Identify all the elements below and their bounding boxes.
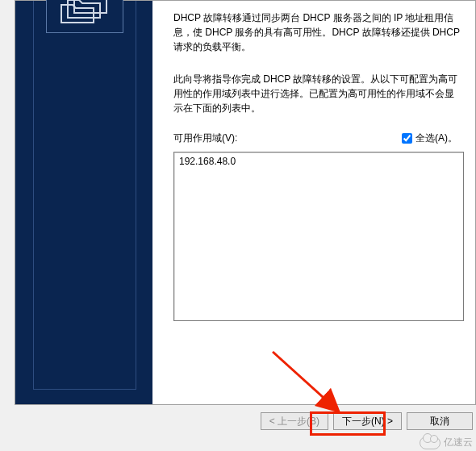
wizard-left-banner bbox=[15, 1, 152, 404]
description-2: 此向导将指导你完成 DHCP 故障转移的设置。从以下可配置为高可用性的作用域列表… bbox=[173, 72, 462, 115]
cloud-icon bbox=[420, 436, 441, 449]
wizard-right-pane: DHCP 故障转移通过同步两台 DHCP 服务器之间的 IP 地址租用信息，使 … bbox=[173, 1, 462, 321]
watermark: 亿速云 bbox=[420, 436, 473, 449]
back-button: < 上一步(B) bbox=[261, 412, 328, 430]
banner-frame bbox=[33, 1, 136, 390]
wizard-body: DHCP 故障转移通过同步两台 DHCP 服务器之间的 IP 地址租用信息，使 … bbox=[15, 0, 476, 405]
scope-label: 可用作用域(V): bbox=[173, 132, 237, 145]
description-1: DHCP 故障转移通过同步两台 DHCP 服务器之间的 IP 地址租用信息，使 … bbox=[173, 10, 462, 54]
next-button[interactable]: 下一步(N) > bbox=[333, 412, 402, 430]
select-all-checkbox-wrap[interactable]: 全选(A)。 bbox=[402, 132, 457, 145]
watermark-text: 亿速云 bbox=[444, 436, 473, 449]
folder-stack-icon bbox=[46, 0, 123, 33]
cancel-button[interactable]: 取消 bbox=[407, 412, 473, 430]
select-all-checkbox[interactable] bbox=[402, 133, 412, 144]
scope-listbox[interactable]: 192.168.48.0 bbox=[173, 152, 464, 321]
wizard-button-bar: < 上一步(B) 下一步(N) > 取消 bbox=[15, 405, 476, 437]
scope-item[interactable]: 192.168.48.0 bbox=[179, 155, 458, 168]
select-all-label: 全选(A)。 bbox=[415, 132, 457, 145]
